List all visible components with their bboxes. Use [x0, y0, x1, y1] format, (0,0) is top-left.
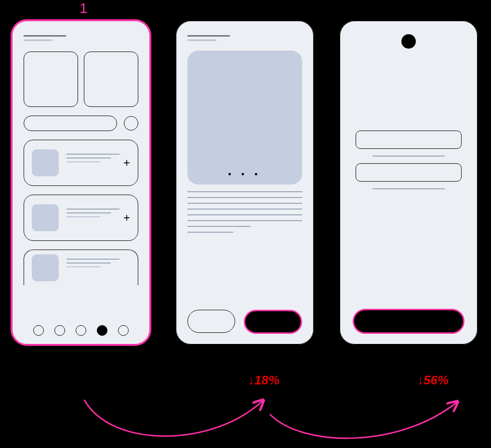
flow-diagram: 1 2 3 ↓18% ↓56% + + [0, 0, 491, 448]
flow-arrows-icon [0, 0, 491, 448]
